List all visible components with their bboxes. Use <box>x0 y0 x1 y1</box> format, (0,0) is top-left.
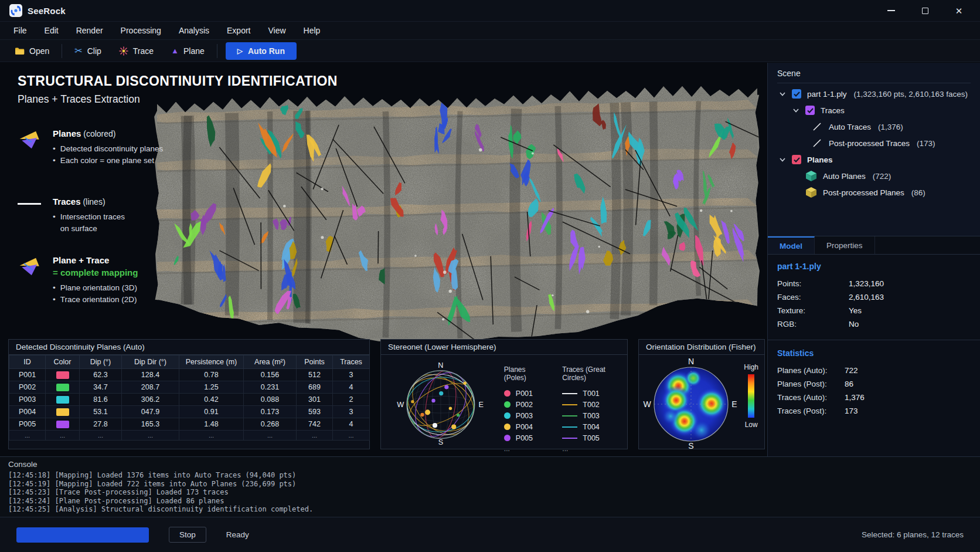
planes-table-panel: Detected Discontinuity Planes (Auto) IDC… <box>8 339 370 449</box>
menu-item-analysis[interactable]: Analysis <box>170 23 218 38</box>
color-swatch <box>56 371 69 379</box>
column-header[interactable]: Color <box>46 355 80 369</box>
column-header[interactable]: Dip (°) <box>80 355 122 369</box>
tree-item-auto-planes[interactable]: Auto Planes (722) <box>777 168 971 184</box>
table-row[interactable]: P00234.7208.71.250.2316894 <box>9 381 370 394</box>
statusbar: Stop Ready Selected: 6 planes, 12 traces <box>0 517 980 552</box>
table-cell: ... <box>179 431 244 441</box>
checkbox-traces[interactable] <box>805 106 815 115</box>
table-cell: 301 <box>297 394 333 406</box>
menu-item-edit[interactable]: Edit <box>36 23 67 38</box>
svg-text:E: E <box>731 399 737 409</box>
chevron-down-icon[interactable] <box>778 155 787 164</box>
tree-count: (173) <box>917 139 935 148</box>
legend-label: P003 <box>516 412 533 420</box>
selection-text: Selected: 6 planes, 12 traces <box>862 530 964 539</box>
scissors-icon: ✂ <box>74 45 82 56</box>
trace-button[interactable]: Trace <box>110 43 162 59</box>
color-swatch <box>56 396 69 404</box>
minimize-button[interactable] <box>886 6 896 15</box>
menubar: FileEditRenderProcessingAnalysisExportVi… <box>0 22 980 40</box>
menu-item-view[interactable]: View <box>259 23 294 38</box>
legend-ellipsis: ... <box>562 445 624 453</box>
svg-text:W: W <box>397 401 404 409</box>
table-cell: 0.42 <box>179 394 244 406</box>
table-row[interactable]: P00453.1047.90.910.1735933 <box>9 406 370 418</box>
tree-item-post-planes[interactable]: Post-processed Planes (86) <box>777 184 971 201</box>
close-button[interactable]: ✕ <box>954 6 964 15</box>
table-cell: 3 <box>333 369 370 381</box>
chevron-down-icon[interactable] <box>792 106 800 114</box>
info-label: Faces: <box>777 293 849 302</box>
checkbox-planes[interactable] <box>792 155 801 164</box>
info-value: 2,610,163 <box>849 293 884 302</box>
column-header[interactable]: Traces <box>333 355 370 369</box>
table-cell: ... <box>9 431 46 441</box>
plane-triangle-icon: ▲ <box>171 46 179 55</box>
plane-button[interactable]: ▲ Plane <box>162 43 213 59</box>
legend-title: Plane + Trace <box>53 255 109 265</box>
tree-item-planes[interactable]: Planes <box>777 151 971 168</box>
tab-properties[interactable]: Properties <box>815 236 875 254</box>
table-row[interactable]: P00527.8165.31.480.2687424 <box>9 418 370 431</box>
bullet-text: Trace orientation (2D) <box>60 294 137 306</box>
stop-button[interactable]: Stop <box>169 527 206 543</box>
info-value: 1,376 <box>845 393 865 402</box>
table-cell: 1.48 <box>179 418 244 431</box>
column-header[interactable]: Points <box>297 355 333 369</box>
menu-item-processing[interactable]: Processing <box>112 23 170 38</box>
column-header[interactable]: Dip Dir (°) <box>122 355 179 369</box>
info-value: 86 <box>845 380 853 388</box>
tree-item-root[interactable]: part 1-1.ply (1,323,160 pts, 2,610,163 f… <box>777 86 971 102</box>
bullet-dot: • <box>53 294 56 306</box>
column-header[interactable]: Area (m²) <box>244 355 297 369</box>
maximize-button[interactable] <box>920 6 930 15</box>
info-row: RGB:No <box>777 317 971 331</box>
tree-item-auto-traces[interactable]: Auto Traces (1,376) <box>777 118 971 135</box>
tree-label: Post-processed Planes <box>823 188 904 197</box>
menu-item-help[interactable]: Help <box>295 23 329 38</box>
viewport-3d[interactable]: STRUCTURAL DISCONTINUITY IDENTIFICATION … <box>0 63 767 456</box>
viewport-subtitle: Planes + Traces Extraction <box>18 93 140 106</box>
table-cell: ... <box>297 431 333 441</box>
table-cell: 512 <box>297 369 333 381</box>
fisher-title: Orientation Distribution (Fisher) <box>639 340 764 355</box>
auto-run-button[interactable]: ▷ Auto Run <box>226 42 297 60</box>
legend-item: P001 <box>504 388 545 399</box>
tree-item-traces[interactable]: Traces <box>777 102 971 118</box>
table-row[interactable]: P00381.6306.20.420.0883012 <box>9 394 370 406</box>
checkbox-root[interactable] <box>792 89 801 99</box>
menu-item-export[interactable]: Export <box>218 23 259 38</box>
chevron-down-icon[interactable] <box>778 90 787 98</box>
open-button[interactable]: Open <box>6 43 58 59</box>
table-cell: 165.3 <box>122 418 179 431</box>
table-header-row: IDColorDip (°)Dip Dir (°)Persistence (m)… <box>9 355 370 369</box>
menu-item-file[interactable]: File <box>5 23 36 38</box>
bullet-dot: • <box>53 155 56 167</box>
app-window: SeeRock ✕ FileEditRenderProcessingAnalys… <box>0 0 980 552</box>
legend-bullets: •Detected discontinuity planes•Each colo… <box>53 143 163 167</box>
column-header[interactable]: ID <box>9 355 46 369</box>
console-panel[interactable]: Console [12:45:18] [Mapping] Loaded 1376… <box>0 456 980 517</box>
table-cell: 208.7 <box>122 381 179 394</box>
sidebar: Scene part 1-1.ply (1,323,160 pts, 2,610… <box>767 63 980 456</box>
table-row[interactable]: P00162.3128.40.780.1565123 <box>9 369 370 381</box>
plane-trace-icon <box>18 255 43 277</box>
tab-model[interactable]: Model <box>768 236 815 254</box>
info-row: Texture:Yes <box>777 304 971 317</box>
tree-label: part 1-1.ply <box>807 90 847 99</box>
trace-color-line <box>562 415 577 416</box>
info-value: 1,323,160 <box>849 279 884 288</box>
color-swatch <box>56 421 69 428</box>
column-header[interactable]: Persistence (m) <box>179 355 244 369</box>
tree-label: Traces <box>821 106 845 115</box>
progress-bar <box>16 527 149 543</box>
legend-label: T002 <box>583 401 600 409</box>
clip-button[interactable]: ✂ Clip <box>66 42 110 60</box>
color-swatch <box>56 408 69 416</box>
info-label: Traces (Auto): <box>777 393 845 402</box>
legend-item: P002 <box>504 399 545 410</box>
menu-item-render[interactable]: Render <box>67 23 112 38</box>
tree-meta: (1,323,160 pts, 2,610,163 faces) <box>854 90 968 99</box>
tree-item-post-traces[interactable]: Post-processed Traces (173) <box>777 135 971 151</box>
